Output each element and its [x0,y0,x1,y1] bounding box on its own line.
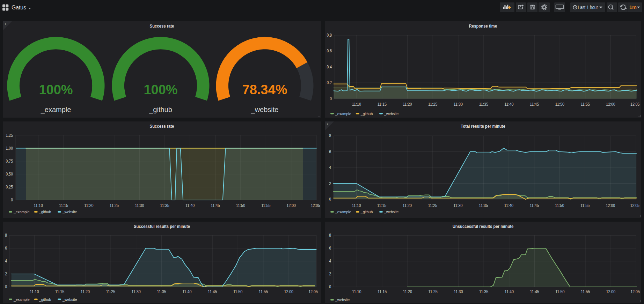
svg-text:11:50: 11:50 [555,203,564,208]
svg-text:0.2: 0.2 [327,80,332,85]
svg-text:6: 6 [5,246,7,251]
svg-text:12:00: 12:00 [287,203,296,208]
svg-text:0.50: 0.50 [6,172,13,177]
svg-text:12:05: 12:05 [630,289,639,294]
svg-text:12:05: 12:05 [308,289,317,294]
svg-text:12:00: 12:00 [606,289,615,294]
svg-text:11:55: 11:55 [581,102,590,107]
svg-text:12:00: 12:00 [606,203,615,208]
svg-text:6: 6 [329,246,331,251]
svg-text:11:20: 11:20 [81,289,90,294]
svg-text:_example: _example [41,106,71,114]
svg-text:1.00: 1.00 [6,146,13,151]
svg-text:11:40: 11:40 [505,289,514,294]
svg-text:_github: _github [149,106,172,114]
svg-text:_website: _website [384,112,399,116]
svg-text:11:35: 11:35 [160,203,169,208]
svg-text:_github: _github [39,210,51,214]
svg-text:11:10: 11:10 [30,289,39,294]
svg-text:11:40: 11:40 [185,203,195,208]
svg-text:100%: 100% [39,82,73,97]
svg-text:_example: _example [335,210,351,214]
svg-text:8: 8 [5,233,7,238]
svg-text:4: 4 [329,165,331,170]
svg-text:11:20: 11:20 [403,102,412,107]
svg-text:0.75: 0.75 [6,159,13,164]
svg-text:_website: _website [384,210,399,214]
svg-text:11:10: 11:10 [34,203,43,208]
svg-text:11:10: 11:10 [352,203,361,208]
svg-text:11:35: 11:35 [479,102,488,107]
svg-text:2: 2 [329,272,331,276]
svg-text:11:20: 11:20 [403,203,412,208]
svg-text:11:50: 11:50 [236,203,245,208]
svg-text:_github: _github [360,112,373,116]
svg-text:11:25: 11:25 [428,102,437,107]
svg-text:11:40: 11:40 [504,102,513,107]
svg-text:11:30: 11:30 [454,102,463,107]
svg-text:_website: _website [335,298,350,302]
svg-text:11:50: 11:50 [233,289,242,294]
svg-text:11:50: 11:50 [555,102,564,107]
svg-text:11:15: 11:15 [59,203,68,208]
svg-text:0: 0 [11,198,13,202]
svg-text:2: 2 [329,181,331,186]
svg-text:0: 0 [330,96,332,101]
svg-text:11:40: 11:40 [504,203,513,208]
svg-text:0: 0 [5,284,7,289]
svg-text:6: 6 [329,149,331,154]
svg-text:4: 4 [329,259,331,264]
svg-text:0: 0 [329,197,331,202]
svg-text:11:30: 11:30 [453,203,462,208]
svg-text:11:15: 11:15 [55,289,64,294]
svg-text:11:45: 11:45 [211,203,220,208]
svg-text:_website: _website [62,210,77,214]
svg-text:11:25: 11:25 [428,289,437,294]
svg-text:11:40: 11:40 [182,289,191,294]
svg-text:0.6: 0.6 [327,49,332,53]
svg-text:11:15: 11:15 [378,102,387,107]
svg-text:11:35: 11:35 [157,289,166,294]
svg-text:11:50: 11:50 [555,289,564,294]
svg-text:4: 4 [5,259,7,264]
svg-text:_github: _github [360,210,373,214]
svg-text:11:45: 11:45 [530,289,539,294]
svg-text:11:30: 11:30 [135,203,144,208]
svg-text:0.25: 0.25 [6,185,13,190]
svg-text:78.34%: 78.34% [242,82,287,97]
svg-text:11:35: 11:35 [479,203,488,208]
svg-text:11:10: 11:10 [352,102,361,107]
svg-text:11:25: 11:25 [428,203,437,208]
svg-text:_example: _example [335,112,351,116]
svg-text:11:25: 11:25 [106,289,115,294]
svg-text:Gatus: Gatus [12,4,26,10]
svg-text:0.8: 0.8 [327,33,332,38]
svg-text:11:15: 11:15 [378,289,387,294]
svg-text:11:20: 11:20 [403,289,412,294]
svg-text:11:55: 11:55 [261,203,270,208]
svg-text:11:55: 11:55 [259,289,268,294]
svg-text:1m: 1m [629,5,637,10]
svg-text:11:45: 11:45 [530,102,539,107]
svg-text:12:00: 12:00 [284,289,293,294]
svg-text:11:45: 11:45 [530,203,539,208]
svg-text:12:05: 12:05 [311,203,320,208]
svg-text:_example: _example [13,210,30,214]
svg-text:11:25: 11:25 [110,203,119,208]
svg-text:_example: _example [13,297,30,302]
svg-text:Last 1 hour: Last 1 hour [578,5,598,10]
svg-text:11:35: 11:35 [479,289,488,294]
svg-text:8: 8 [329,233,331,238]
svg-text:12:05: 12:05 [630,102,639,107]
svg-text:_github: _github [39,297,51,302]
svg-text:1.25: 1.25 [6,133,13,138]
svg-text:11:55: 11:55 [581,289,590,294]
svg-text:11:15: 11:15 [377,203,386,208]
svg-text:11:55: 11:55 [580,203,590,208]
svg-text:11:30: 11:30 [454,289,463,294]
svg-text:2: 2 [5,272,7,276]
svg-text:0.4: 0.4 [327,65,332,69]
svg-text:11:20: 11:20 [84,203,93,208]
svg-text:8: 8 [329,133,331,138]
svg-text:_website: _website [251,106,279,114]
